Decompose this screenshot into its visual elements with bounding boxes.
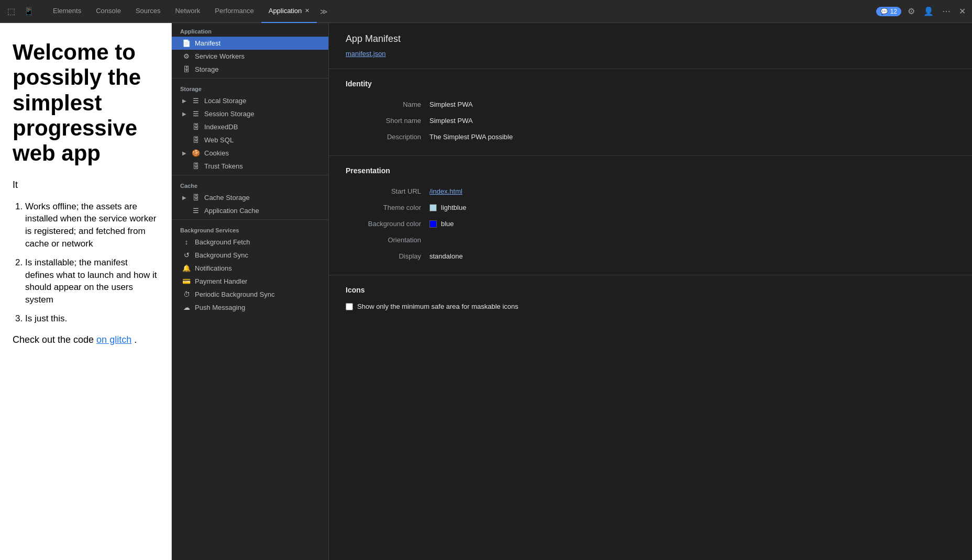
name-label: Name — [346, 96, 429, 113]
sidebar-background-sync-label: Background Sync — [195, 251, 248, 259]
websql-icon: 🗄 — [192, 136, 200, 144]
webpage-footer: Check out the code on glitch . — [13, 333, 159, 346]
tab-application[interactable]: Application ✕ — [261, 0, 317, 23]
maskable-icons-row: Show only the minimum safe area for mask… — [346, 303, 955, 310]
tab-sources[interactable]: Sources — [128, 0, 168, 23]
sidebar-item-background-fetch[interactable]: ↕ Background Fetch — [172, 236, 328, 249]
sidebar-trust-tokens-label: Trust Tokens — [204, 162, 243, 170]
orientation-label: Orientation — [346, 232, 429, 248]
presentation-heading: Presentation — [346, 166, 955, 175]
divider-3 — [172, 219, 328, 220]
app-cache-icon: ☰ — [192, 207, 200, 215]
more-options-icon[interactable]: ⋯ — [940, 4, 953, 18]
sidebar-payment-handler-label: Payment Handler — [195, 277, 247, 285]
webpage-panel: Welcome to possibly the simplest progres… — [0, 23, 172, 560]
identity-section: Identity Name Simplest PWA Short name Si… — [329, 69, 972, 156]
list-item-1: Works offline; the assets are installed … — [25, 200, 159, 250]
cache-storage-icon: 🗄 — [192, 194, 200, 201]
maskable-icons-checkbox[interactable] — [346, 303, 353, 310]
start-url-label: Start URL — [346, 183, 429, 199]
sidebar-notifications-label: Notifications — [195, 264, 232, 272]
glitch-link[interactable]: on glitch — [96, 334, 131, 345]
more-tabs-icon[interactable]: ≫ — [317, 5, 331, 18]
sidebar-push-messaging-label: Push Messaging — [195, 304, 245, 311]
bg-color-swatch[interactable] — [429, 220, 437, 228]
close-devtools-icon[interactable]: ✕ — [957, 4, 968, 18]
profile-icon[interactable]: 👤 — [921, 4, 936, 18]
shortname-label: Short name — [346, 113, 429, 129]
sidebar-background-services-label: Background Services — [172, 222, 328, 236]
background-sync-icon: ↺ — [182, 251, 191, 259]
display-label: Display — [346, 248, 429, 264]
issues-badge[interactable]: 💬 12 — [876, 7, 901, 16]
display-value: standalone — [429, 248, 955, 264]
badge-icon: 💬 — [880, 8, 888, 15]
name-value: Simplest PWA — [429, 96, 955, 113]
manifest-title: App Manifest — [346, 33, 955, 44]
sidebar-indexeddb-label: IndexedDB — [204, 123, 238, 131]
notifications-icon: 🔔 — [182, 264, 191, 272]
devtools-panel: Application 📄 Manifest ⚙ Service Workers… — [172, 23, 972, 560]
theme-color-swatch[interactable] — [429, 204, 437, 211]
sidebar-item-indexeddb[interactable]: 🗄 IndexedDB — [172, 120, 328, 133]
sidebar-item-app-cache[interactable]: ☰ Application Cache — [172, 204, 328, 217]
close-tab-icon[interactable]: ✕ — [305, 7, 310, 14]
cursor-icon[interactable]: ⬚ — [4, 4, 18, 18]
webpage-heading: Welcome to possibly the simplest progres… — [13, 40, 159, 166]
presentation-grid: Start URL /index.html Theme color lightb… — [346, 183, 955, 264]
toolbar-icons: ⬚ 📱 — [4, 4, 37, 18]
sidebar-item-cookies[interactable]: ▶ 🍪 Cookies — [172, 147, 328, 160]
tab-console[interactable]: Console — [89, 0, 128, 23]
cookies-arrow: ▶ — [182, 150, 187, 156]
sidebar-service-workers-label: Service Workers — [195, 52, 245, 60]
webpage-intro: It — [13, 178, 159, 192]
sidebar-item-websql[interactable]: 🗄 Web SQL — [172, 133, 328, 147]
session-storage-arrow: ▶ — [182, 111, 187, 117]
local-storage-arrow: ▶ — [182, 98, 187, 104]
identity-grid: Name Simplest PWA Short name Simplest PW… — [346, 96, 955, 145]
description-label: Description — [346, 129, 429, 145]
start-url-link[interactable]: /index.html — [429, 187, 462, 195]
sidebar: Application 📄 Manifest ⚙ Service Workers… — [172, 23, 329, 560]
sidebar-item-manifest[interactable]: 📄 Manifest — [172, 37, 328, 50]
start-url-value: /index.html — [429, 183, 955, 199]
manifest-json-link[interactable]: manifest.json — [346, 50, 386, 58]
tab-network[interactable]: Network — [168, 0, 208, 23]
presentation-section: Presentation Start URL /index.html Theme… — [329, 156, 972, 275]
tab-performance[interactable]: Performance — [207, 0, 261, 23]
manifest-header-section: App Manifest manifest.json — [329, 23, 972, 69]
sidebar-item-service-workers[interactable]: ⚙ Service Workers — [172, 50, 328, 63]
sidebar-item-cache-storage[interactable]: ▶ 🗄 Cache Storage — [172, 191, 328, 204]
sidebar-cache-label: Cache — [172, 177, 328, 191]
sidebar-item-notifications[interactable]: 🔔 Notifications — [172, 262, 328, 275]
sidebar-session-storage-label: Session Storage — [204, 110, 254, 118]
sidebar-item-push-messaging[interactable]: ☁ Push Messaging — [172, 301, 328, 314]
periodic-bg-sync-icon: ⏱ — [182, 290, 191, 298]
main-layout: Welcome to possibly the simplest progres… — [0, 23, 972, 560]
settings-icon[interactable]: ⚙ — [905, 4, 917, 18]
sidebar-item-trust-tokens[interactable]: 🗄 Trust Tokens — [172, 160, 328, 173]
device-icon[interactable]: 📱 — [20, 4, 37, 18]
bg-color-value: blue — [429, 216, 955, 232]
bg-color-label: Background color — [346, 216, 429, 232]
sidebar-item-local-storage[interactable]: ▶ ☰ Local Storage — [172, 94, 328, 107]
devtools-inner: Application 📄 Manifest ⚙ Service Workers… — [172, 23, 972, 560]
sidebar-item-payment-handler[interactable]: 💳 Payment Handler — [172, 275, 328, 288]
theme-color-value: lightblue — [429, 199, 955, 216]
sidebar-item-background-sync[interactable]: ↺ Background Sync — [172, 249, 328, 262]
service-workers-icon: ⚙ — [182, 52, 191, 60]
list-item-3: Is just this. — [25, 312, 159, 325]
sidebar-item-periodic-bg-sync[interactable]: ⏱ Periodic Background Sync — [172, 288, 328, 301]
sidebar-item-session-storage[interactable]: ▶ ☰ Session Storage — [172, 107, 328, 120]
devtools-toolbar: ⬚ 📱 Elements Console Sources Network Per… — [0, 0, 972, 23]
indexeddb-icon: 🗄 — [192, 123, 200, 131]
sidebar-item-storage[interactable]: 🗄 Storage — [172, 63, 328, 76]
divider-2 — [172, 175, 328, 175]
tab-elements[interactable]: Elements — [46, 0, 89, 23]
push-messaging-icon: ☁ — [182, 304, 191, 311]
badge-count: 12 — [890, 8, 897, 15]
orientation-value — [429, 232, 955, 248]
list-item-2: Is installable; the manifest defines wha… — [25, 256, 159, 306]
maskable-icons-label[interactable]: Show only the minimum safe area for mask… — [357, 303, 518, 310]
trust-tokens-icon: 🗄 — [192, 162, 200, 170]
